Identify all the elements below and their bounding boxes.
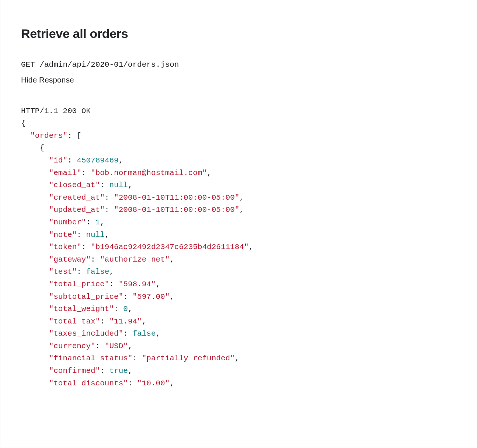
content-wrapper: Retrieve all orders GET /admin/api/2020-… — [0, 0, 477, 389]
api-doc-page: Retrieve all orders GET /admin/api/2020-… — [0, 0, 477, 448]
toggle-response-button[interactable]: Hide Response — [21, 76, 456, 84]
request-line: GET /admin/api/2020-01/orders.json — [21, 59, 456, 71]
section-title: Retrieve all orders — [21, 27, 456, 41]
response-body: HTTP/1.1 200 OK { "orders": [ { "id": 45… — [21, 105, 456, 390]
